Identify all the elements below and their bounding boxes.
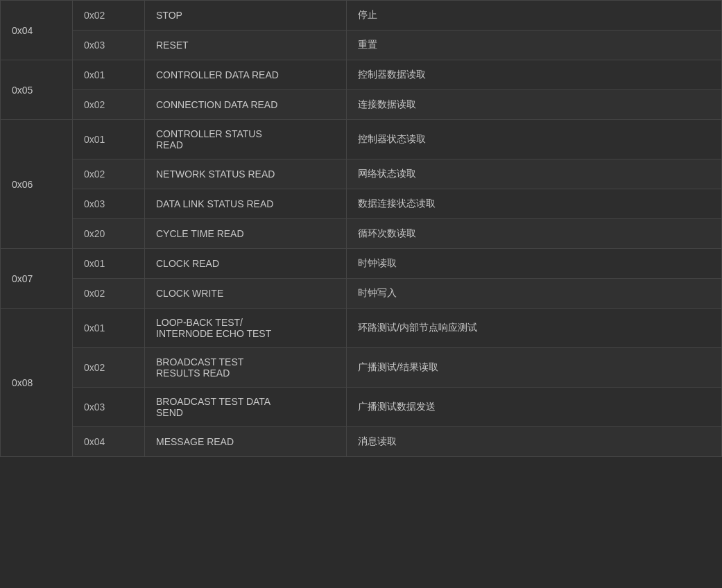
sub-code: 0x03 bbox=[73, 388, 145, 427]
sub-code: 0x01 bbox=[73, 60, 145, 90]
command-name: NETWORK STATUS READ bbox=[145, 159, 347, 189]
sub-code: 0x02 bbox=[73, 90, 145, 120]
group-code: 0x04 bbox=[1, 1, 73, 60]
chinese-translation: 停止 bbox=[347, 1, 722, 31]
chinese-translation: 循环次数读取 bbox=[347, 219, 722, 249]
chinese-translation: 控制器数据读取 bbox=[347, 60, 722, 90]
chinese-translation: 连接数据读取 bbox=[347, 90, 722, 120]
sub-code: 0x03 bbox=[73, 31, 145, 60]
chinese-translation: 环路测试/内部节点响应测试 bbox=[347, 309, 722, 348]
command-name: CONTROLLER STATUSREAD bbox=[145, 120, 347, 159]
chinese-translation: 控制器状态读取 bbox=[347, 120, 722, 159]
sub-code: 0x02 bbox=[73, 279, 145, 309]
chinese-translation: 数据连接状态读取 bbox=[347, 189, 722, 219]
sub-code: 0x01 bbox=[73, 120, 145, 159]
chinese-translation: 重置 bbox=[347, 31, 722, 60]
command-name: MESSAGE READ bbox=[145, 427, 347, 457]
sub-code: 0x01 bbox=[73, 249, 145, 279]
sub-code: 0x04 bbox=[73, 427, 145, 457]
sub-code: 0x02 bbox=[73, 159, 145, 189]
group-code: 0x08 bbox=[1, 309, 73, 457]
command-name: LOOP-BACK TEST/INTERNODE ECHO TEST bbox=[145, 309, 347, 348]
sub-code: 0x02 bbox=[73, 1, 145, 31]
group-code: 0x05 bbox=[1, 60, 73, 120]
chinese-translation: 消息读取 bbox=[347, 427, 722, 457]
command-name: CLOCK WRITE bbox=[145, 279, 347, 309]
command-name: BROADCAST TEST DATASEND bbox=[145, 388, 347, 427]
sub-code: 0x20 bbox=[73, 219, 145, 249]
sub-code: 0x01 bbox=[73, 309, 145, 348]
command-name: CYCLE TIME READ bbox=[145, 219, 347, 249]
command-name: CONNECTION DATA READ bbox=[145, 90, 347, 120]
sub-code: 0x03 bbox=[73, 189, 145, 219]
chinese-translation: 网络状态读取 bbox=[347, 159, 722, 189]
sub-code: 0x02 bbox=[73, 348, 145, 388]
command-name: CLOCK READ bbox=[145, 249, 347, 279]
chinese-translation: 时钟写入 bbox=[347, 279, 722, 309]
command-name: STOP bbox=[145, 1, 347, 31]
chinese-translation: 广播测试数据发送 bbox=[347, 388, 722, 427]
command-name: DATA LINK STATUS READ bbox=[145, 189, 347, 219]
chinese-translation: 时钟读取 bbox=[347, 249, 722, 279]
chinese-translation: 广播测试/结果读取 bbox=[347, 348, 722, 388]
command-name: BROADCAST TESTRESULTS READ bbox=[145, 348, 347, 388]
group-code: 0x06 bbox=[1, 120, 73, 249]
group-code: 0x07 bbox=[1, 249, 73, 309]
command-name: CONTROLLER DATA READ bbox=[145, 60, 347, 90]
command-name: RESET bbox=[145, 31, 347, 60]
